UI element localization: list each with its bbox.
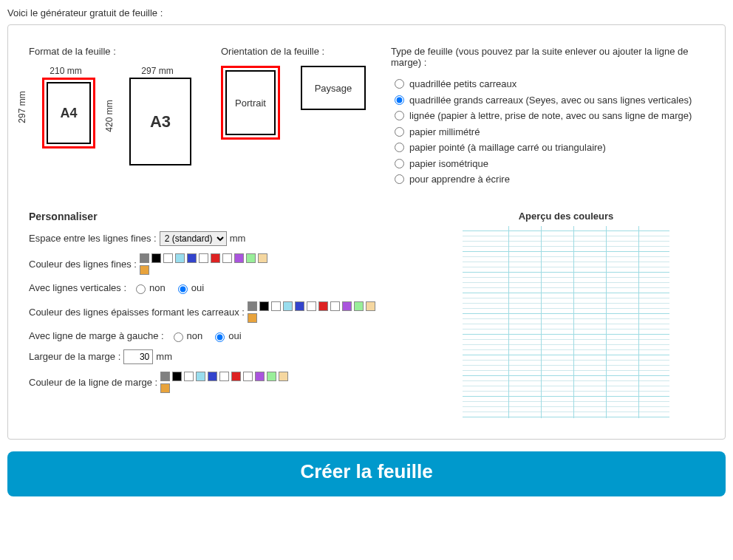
color-swatch[interactable]	[295, 301, 304, 311]
color-swatch[interactable]	[279, 372, 288, 381]
color-swatch[interactable]	[231, 372, 241, 381]
color-swatch[interactable]	[208, 372, 217, 381]
vertical-lines-label: Avec lignes verticales :	[29, 282, 126, 293]
margin-width-label: Largeur de la marge :	[29, 351, 120, 362]
sheet-type-radio-6[interactable]	[395, 174, 404, 184]
sheet-type-label[interactable]: quadrillée grands carreaux (Seyes, avec …	[409, 93, 704, 108]
format-title: Format de la feuille :	[29, 46, 206, 57]
sheet-type-option: papier pointé (à maillage carré ou trian…	[391, 140, 704, 155]
color-swatch[interactable]	[248, 301, 257, 311]
fine-spacing-select[interactable]: 2 (standard)	[160, 231, 227, 246]
orientation-paysage[interactable]: Paysage	[301, 66, 366, 110]
a4-box: A4	[47, 82, 91, 144]
left-margin-label: Avec ligne de marge à gauche :	[29, 330, 164, 341]
sheet-type-title: Type de feuille (vous pouvez par la suit…	[391, 46, 704, 68]
color-swatch[interactable]	[151, 253, 161, 263]
sheet-type-option: lignée (papier à lettre, prise de note, …	[391, 109, 704, 123]
color-swatch[interactable]	[187, 253, 197, 263]
sheet-type-option: papier isométrique	[391, 157, 704, 171]
format-a3[interactable]: A3	[129, 78, 191, 165]
color-swatch[interactable]	[160, 372, 170, 381]
color-swatch[interactable]	[318, 301, 328, 311]
color-swatch[interactable]	[163, 253, 173, 263]
color-swatch[interactable]	[172, 372, 182, 381]
sheet-type-label[interactable]: quadrillée petits carreaux	[409, 77, 704, 92]
generator-panel: Format de la feuille : 210 mm 297 mm A4 …	[7, 24, 726, 440]
a4-width-label: 210 mm	[36, 66, 95, 76]
a3-height-label: 420 mm	[104, 100, 115, 132]
sheet-type-option: quadrillée grands carreaux (Seyes, avec …	[391, 93, 704, 108]
customize-title: Personnaliser	[29, 211, 398, 222]
color-swatch[interactable]	[307, 301, 316, 311]
left-margin-non[interactable]	[174, 332, 183, 342]
color-swatch[interactable]	[140, 253, 149, 263]
portrait-box: Portrait	[225, 70, 276, 135]
fine-spacing-unit: mm	[230, 233, 246, 244]
preview-section: Aperçu des couleurs	[428, 211, 704, 418]
margin-width-input[interactable]	[123, 349, 153, 364]
preview-title: Aperçu des couleurs	[428, 211, 704, 222]
sheet-type-option: quadrillée petits carreaux	[391, 77, 704, 92]
sheet-type-label[interactable]: papier isométrique	[409, 157, 704, 171]
color-swatch[interactable]	[199, 253, 208, 263]
color-swatch[interactable]	[234, 253, 244, 263]
color-swatch[interactable]	[248, 313, 257, 323]
format-section: Format de la feuille : 210 mm 297 mm A4 …	[29, 46, 206, 188]
sheet-type-label[interactable]: pour apprendre à écrire	[409, 172, 704, 187]
customize-section: Personnaliser Espace entre les lignes fi…	[29, 211, 398, 418]
sheet-type-radio-4[interactable]	[395, 143, 404, 152]
color-swatch[interactable]	[354, 301, 364, 311]
orientation-section: Orientation de la feuille : Portrait Pay…	[221, 46, 376, 188]
format-a4[interactable]: A4	[42, 78, 95, 148]
orientation-portrait[interactable]: Portrait	[221, 66, 280, 140]
sheet-type-radio-3[interactable]	[395, 127, 404, 137]
color-swatch[interactable]	[330, 301, 340, 311]
sheet-type-label[interactable]: papier pointé (à maillage carré ou trian…	[409, 140, 704, 155]
color-swatch[interactable]	[255, 372, 265, 381]
margin-width-unit: mm	[156, 351, 172, 362]
sheet-type-label[interactable]: lignée (papier à lettre, prise de note, …	[409, 109, 704, 123]
sheet-type-radio-1[interactable]	[395, 95, 404, 105]
color-swatch[interactable]	[196, 372, 205, 381]
sheet-type-section: Type de feuille (vous pouvez par la suit…	[391, 46, 704, 188]
sheet-type-radio-5[interactable]	[395, 159, 404, 168]
color-swatch[interactable]	[259, 301, 269, 311]
margin-color-label: Couleur de la ligne de marge :	[29, 377, 157, 388]
color-swatch[interactable]	[271, 301, 281, 311]
color-swatch[interactable]	[243, 372, 253, 381]
color-swatch[interactable]	[267, 372, 276, 381]
a3-width-label: 297 mm	[123, 66, 191, 76]
color-swatch[interactable]	[211, 253, 220, 263]
color-swatch[interactable]	[258, 253, 267, 263]
color-swatch[interactable]	[175, 253, 185, 263]
sheet-type-radio-2[interactable]	[395, 111, 404, 120]
intro-text: Voici le générateur gratuit de feuille :	[7, 7, 726, 18]
color-swatch[interactable]	[160, 383, 170, 393]
sheet-type-option: pour apprendre à écrire	[391, 172, 704, 187]
color-swatch[interactable]	[222, 253, 232, 263]
color-swatch[interactable]	[283, 301, 293, 311]
a4-height-label: 297 mm	[17, 91, 27, 123]
create-sheet-button[interactable]: Créer la feuille	[7, 451, 726, 496]
color-swatch[interactable]	[184, 372, 194, 381]
fine-spacing-label: Espace entre les lignes fines :	[29, 233, 157, 244]
fine-color-label: Couleur des lignes fines :	[29, 259, 137, 270]
vertical-lines-oui[interactable]	[178, 284, 188, 294]
color-swatch[interactable]	[246, 253, 256, 263]
sheet-type-option: papier millimétré	[391, 125, 704, 140]
thick-color-label: Couleur des lignes épaisses formant les …	[29, 307, 245, 318]
sheet-type-radio-0[interactable]	[395, 79, 404, 89]
preview-box	[463, 226, 669, 418]
vertical-lines-non[interactable]	[136, 284, 146, 294]
left-margin-oui[interactable]	[215, 332, 225, 342]
orientation-title: Orientation de la feuille :	[221, 46, 376, 57]
color-swatch[interactable]	[366, 301, 375, 311]
color-swatch[interactable]	[342, 301, 352, 311]
color-swatch[interactable]	[140, 265, 149, 275]
sheet-type-label[interactable]: papier millimétré	[409, 125, 704, 140]
color-swatch[interactable]	[219, 372, 229, 381]
